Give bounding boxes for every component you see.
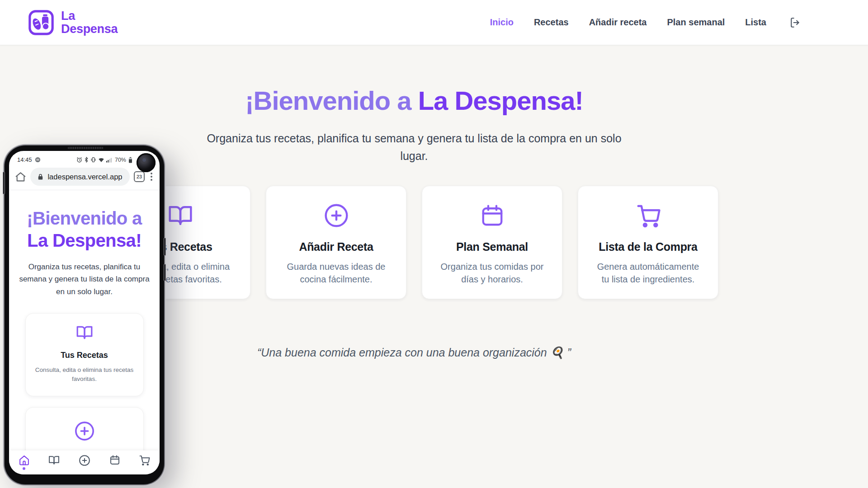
mobile-title-dark: La Despensa! <box>18 230 151 252</box>
nav-item-lista[interactable]: Lista <box>745 17 766 28</box>
card-description: Genera automáticamente tu lista de ingre… <box>594 260 703 286</box>
mobile-nav-anadir[interactable] <box>79 455 90 466</box>
mobile-nav-home[interactable] <box>19 455 30 470</box>
browser-menu-icon[interactable] <box>149 172 154 182</box>
card-lista-compra[interactable]: Lista de la Compra Genera automáticament… <box>578 186 718 299</box>
mobile-title-light: ¡Bienvenido a <box>18 207 151 230</box>
nav-item-inicio[interactable]: Inicio <box>490 17 514 28</box>
card-plan-semanal[interactable]: Plan Semanal Organiza tus comidas por dí… <box>422 186 562 299</box>
phone-volume-button <box>3 172 5 194</box>
main-nav: Inicio Recetas Añadir receta Plan semana… <box>490 17 801 28</box>
card-title: Añadir Receta <box>282 240 391 253</box>
clock-text: 14:45 <box>17 156 32 163</box>
url-bar[interactable]: ladespensa.vercel.app <box>30 168 130 186</box>
phone-frame: 14:45 <box>5 145 164 484</box>
card-title: Lista de la Compra <box>594 240 703 253</box>
mobile-page-title: ¡Bienvenido a La Despensa! <box>18 207 151 252</box>
alarm-icon <box>76 157 82 163</box>
url-text: ladespensa.vercel.app <box>47 173 122 181</box>
book-open-icon <box>48 455 60 466</box>
notification-icon <box>35 157 41 163</box>
nav-item-anadir-receta[interactable]: Añadir receta <box>589 17 647 28</box>
page-subtitle: Organiza tus recetas, planifica tu seman… <box>197 130 631 165</box>
battery-icon <box>128 157 132 163</box>
vibrate-icon <box>90 157 96 163</box>
nav-item-plan-semanal[interactable]: Plan semanal <box>667 17 725 28</box>
phone-screen: 14:45 <box>9 151 160 474</box>
card-anadir-receta[interactable]: Añadir Receta Guarda nuevas ideas de coc… <box>266 186 406 299</box>
signal-icon <box>106 157 112 163</box>
shopping-cart-icon <box>139 455 150 466</box>
battery-percent-text: 70% <box>115 157 126 163</box>
mobile-page: ¡Bienvenido a La Despensa! Organiza tus … <box>9 207 160 473</box>
calendar-icon <box>438 202 547 229</box>
plus-circle-icon <box>282 202 391 229</box>
plus-circle-icon <box>79 455 90 466</box>
brand-name: La Despensa <box>61 9 118 35</box>
tab-counter[interactable]: 23 <box>134 171 145 182</box>
phone-power-button <box>164 264 166 281</box>
phone-camera <box>137 153 156 172</box>
mobile-card-tus-recetas[interactable]: Tus Recetas Consulta, edita o elimina tu… <box>25 313 144 396</box>
home-icon[interactable] <box>15 171 26 183</box>
card-description: Organiza tus comidas por días y horarios… <box>438 260 547 286</box>
brand-logo[interactable]: La Despensa <box>27 9 118 37</box>
mobile-nav-recetas[interactable] <box>48 455 60 466</box>
plus-circle-icon <box>33 420 136 442</box>
card-description: Guarda nuevas ideas de cocina fácilmente… <box>282 260 391 286</box>
logout-button[interactable] <box>789 17 801 28</box>
wifi-icon <box>98 157 104 163</box>
logout-icon <box>789 17 801 28</box>
mobile-nav-lista[interactable] <box>139 455 150 466</box>
mobile-nav-plan[interactable] <box>109 455 120 465</box>
page-title: ¡Bienvenido a La Despensa! <box>0 86 828 116</box>
lock-icon <box>38 174 43 180</box>
calendar-icon <box>109 455 120 465</box>
phone-speaker <box>68 147 103 149</box>
mobile-bottom-nav <box>9 450 160 474</box>
pantry-logo-icon <box>27 9 55 37</box>
phone-mockup: 14:45 <box>5 145 164 484</box>
page-title-dark: La Despensa! <box>418 86 583 115</box>
site-header: La Despensa Inicio Recetas Añadir receta… <box>0 0 868 45</box>
home-icon <box>19 455 30 466</box>
card-title: Plan Semanal <box>438 240 547 253</box>
book-open-icon <box>33 324 136 342</box>
mobile-page-subtitle: Organiza tus recetas, planifica tu seman… <box>18 261 151 298</box>
shopping-cart-icon <box>594 202 703 229</box>
page-title-light: ¡Bienvenido a <box>245 86 418 115</box>
bluetooth-icon <box>84 157 89 163</box>
active-dot <box>23 467 25 470</box>
card-description: Consulta, edita o elimina tus recetas fa… <box>33 366 136 384</box>
card-title: Tus Recetas <box>33 351 136 360</box>
phone-side-button <box>164 238 166 256</box>
nav-item-recetas[interactable]: Recetas <box>534 17 569 28</box>
browser-toolbar: ladespensa.vercel.app 23 <box>9 164 160 190</box>
